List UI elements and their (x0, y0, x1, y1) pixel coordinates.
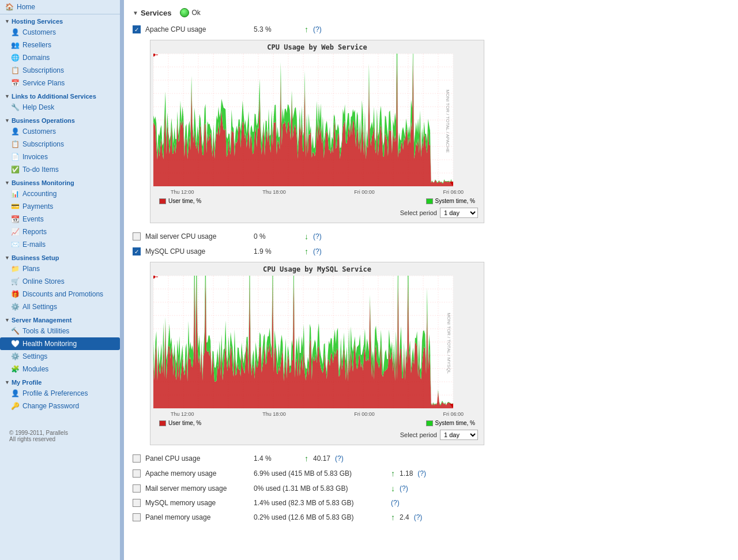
sidebar-item-profile[interactable]: 👤 Profile & Preferences (0, 387, 120, 400)
metric-row-mail-cpu: Mail server CPU usage 0 % ↓ (?) (133, 229, 729, 244)
item-label: Service Plans (22, 79, 65, 87)
item-label: Invoices (22, 153, 48, 161)
mysql-mem-checkbox[interactable] (133, 499, 141, 507)
panel-mem-trend-icon: ↑ (391, 513, 395, 522)
sidebar-item-invoices[interactable]: 📄 Invoices (0, 151, 120, 163)
sidebar-item-plans[interactable]: 📁 Plans (0, 262, 120, 275)
sidebar-item-payments[interactable]: 💳 Payments (0, 200, 120, 213)
tools-icon: 🔨 (10, 326, 20, 336)
panel-cpu-trend-icon: ↑ (304, 454, 308, 463)
sidebar-item-health-monitoring[interactable]: ❤️ Health Monitoring (0, 337, 120, 350)
sidebar-item-customers2[interactable]: 👤 Customers (0, 125, 120, 138)
invoices-icon: 📄 (10, 152, 20, 161)
chart-mysql-rotated-label: MONI TOR / TOTAL / MYSQL (447, 313, 452, 374)
sidebar-item-service-plans[interactable]: 📅 Service Plans (0, 77, 120, 89)
status-label: Ok (191, 9, 200, 17)
sidebar-item-customers[interactable]: 👤 Customers (0, 26, 120, 39)
sidebar-item-subscriptions2[interactable]: 📋 Subscriptions (0, 138, 120, 151)
item-label: To-do Items (22, 166, 59, 174)
sidebar-item-emails[interactable]: ✉️ E-mails (0, 238, 120, 251)
sidebar-item-resellers[interactable]: 👥 Resellers (0, 39, 120, 51)
metric-row-panel-cpu: Panel CPU usage 1.4 % ↑ 40.17 (?) (133, 451, 729, 466)
sidebar-item-discounts[interactable]: 🎁 Discounts and Promotions (0, 288, 120, 300)
panel-mem-checkbox[interactable] (133, 513, 141, 521)
mail-cpu-help[interactable]: (?) (313, 232, 322, 240)
chart-apache-x-labels: Thu 12:00Thu 18:00Fri 00:00Fri 06:00 (153, 188, 481, 196)
section-label: Business Monitoring (12, 179, 74, 186)
panel-mem-help[interactable]: (?) (414, 513, 423, 521)
modules-icon: 🧩 (10, 364, 20, 374)
metric-row-panel-mem: Panel memory usage 0.2% used (12.6 MB of… (133, 510, 729, 525)
mail-mem-value: 0% used (1.31 MB of 5.83 GB) (254, 484, 386, 493)
mysql-period-select[interactable]: 1 day 1 week 1 month (440, 430, 478, 440)
sidebar-item-tools[interactable]: 🔨 Tools & Utilities (0, 325, 120, 337)
item-label: Domains (22, 54, 50, 62)
payments-icon: 💳 (10, 202, 20, 211)
subscriptions-icon: 📋 (10, 140, 20, 149)
item-label: Customers (22, 127, 56, 136)
sidebar-item-online-stores[interactable]: 🛒 Online Stores (0, 275, 120, 288)
sidebar-item-subscriptions[interactable]: 📋 Subscriptions (0, 64, 120, 77)
panel-cpu-name: Panel CPU usage (145, 454, 249, 463)
legend-user-label-mysql: User time, % (168, 420, 201, 426)
legend-red-box (159, 198, 166, 204)
sidebar-item-help-desk[interactable]: 🔧 Help Desk (0, 101, 120, 114)
item-label: Help Desk (22, 103, 54, 111)
apache-mem-trend-icon: ↑ (391, 469, 395, 478)
stores-icon: 🛒 (10, 277, 20, 286)
sidebar-item-domains[interactable]: 🌐 Domains (0, 51, 120, 64)
panel-cpu-help[interactable]: (?) (335, 454, 344, 463)
sidebar-item-accounting[interactable]: 📊 Accounting (0, 187, 120, 200)
item-label: Resellers (22, 41, 51, 49)
mysql-cpu-name: MySQL CPU usage (145, 247, 249, 255)
mysql-mem-help[interactable]: (?) (391, 499, 400, 507)
legend-green-box-mysql (426, 420, 433, 426)
mail-mem-checkbox[interactable] (133, 484, 141, 493)
chart-mysql-title: CPU Usage by MySQL Service (153, 265, 481, 273)
mail-mem-trend-icon: ↓ (391, 484, 395, 493)
mail-cpu-checkbox[interactable] (133, 232, 141, 240)
panel-cpu-checkbox[interactable] (133, 454, 141, 463)
status-ok: Ok (180, 8, 200, 17)
legend-system-label-mysql: System time, % (435, 420, 475, 426)
section-hosting-services: ▼ Hosting Services (0, 14, 120, 26)
chart-mysql-canvas (153, 276, 453, 408)
password-icon: 🔑 (10, 401, 20, 411)
apache-cpu-checkbox[interactable] (133, 25, 141, 33)
section-links: ▼ Links to Additional Services (0, 89, 120, 101)
chart-apache-footer: Select period 1 day 1 week 1 month (153, 206, 481, 220)
item-label: Subscriptions (22, 66, 64, 74)
apache-mem-help[interactable]: (?) (417, 469, 426, 478)
apache-period-select[interactable]: 1 day 1 week 1 month (440, 208, 478, 218)
sidebar-item-reports[interactable]: 📈 Reports (0, 225, 120, 238)
apache-mem-value: 6.9% used (415 MB of 5.83 GB) (254, 469, 386, 478)
mail-mem-name: Mail server memory usage (145, 484, 249, 493)
sidebar-item-events[interactable]: 📆 Events (0, 213, 120, 225)
mail-mem-help[interactable]: (?) (400, 484, 408, 493)
sidebar-item-modules[interactable]: 🧩 Modules (0, 363, 120, 375)
apache-cpu-help[interactable]: (?) (313, 25, 322, 33)
legend-user-time: User time, % (159, 198, 201, 204)
apache-mem-checkbox[interactable] (133, 469, 141, 478)
sidebar-home[interactable]: 🏠 Home (0, 0, 120, 14)
section-label: Business Operations (12, 117, 75, 124)
chart-apache-legend: User time, % System time, % (153, 196, 481, 206)
sidebar-item-settings[interactable]: ⚙️ Settings (0, 350, 120, 363)
services-header: ▼ Services Ok (133, 6, 729, 22)
legend-system-label: System time, % (435, 198, 475, 204)
section-label: Hosting Services (12, 18, 63, 25)
select-period-label: Select period (400, 209, 437, 216)
sidebar-item-change-password[interactable]: 🔑 Change Password (0, 400, 120, 412)
mysql-cpu-trend-icon: ↑ (304, 247, 308, 256)
section-arrow: ▼ (5, 93, 10, 99)
health-icon: ❤️ (10, 339, 20, 348)
section-label: My Profile (12, 379, 42, 386)
sidebar-item-all-settings[interactable]: ⚙️ All Settings (0, 300, 120, 313)
sidebar-item-todo[interactable]: ✅ To-do Items (0, 163, 120, 176)
mysql-cpu-checkbox[interactable] (133, 247, 141, 255)
resellers-icon: 👥 (10, 40, 20, 50)
mysql-cpu-help[interactable]: (?) (313, 247, 322, 255)
panel-cpu-extra: 40.17 (313, 454, 330, 463)
metric-row-apache-mem: Apache memory usage 6.9% used (415 MB of… (133, 466, 729, 481)
legend-system-time-mysql: System time, % (426, 420, 475, 426)
